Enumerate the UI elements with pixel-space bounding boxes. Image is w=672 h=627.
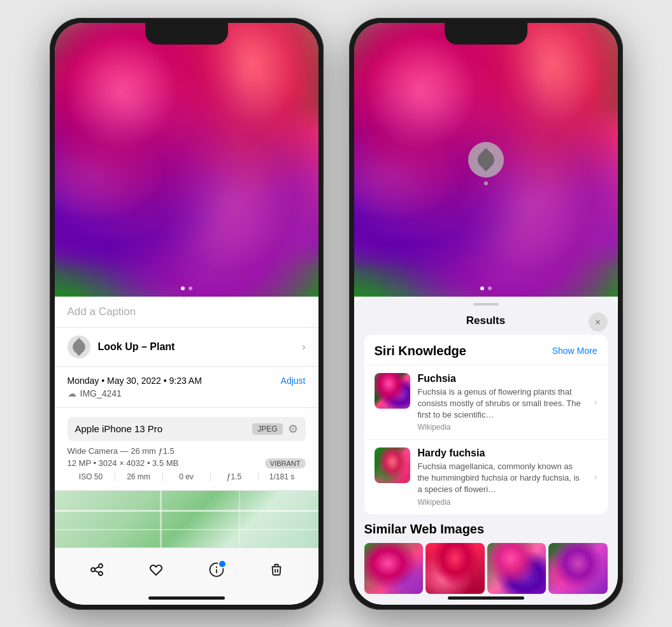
dot-1: [181, 286, 185, 290]
siri-knowledge-section: Siri Knowledge Show More Fuchsia Fuchsia…: [364, 335, 608, 514]
heart-button[interactable]: [148, 562, 164, 577]
fuchsia-content: Fuchsia Fuchsia is a genus of flowering …: [418, 373, 584, 432]
close-button[interactable]: ×: [589, 313, 608, 332]
camera-name: Apple iPhone 13 Pro: [75, 423, 163, 434]
hardy-source: Wikipedia: [418, 498, 584, 507]
cloud-icon: ☁: [68, 388, 76, 398]
camera-resolution-row: 12 MP • 3024 × 4032 • 3.5 MB VIBRANT: [68, 458, 306, 468]
results-header: Results ×: [354, 309, 618, 335]
similar-image-2[interactable]: [425, 543, 485, 594]
notch-2: [445, 23, 527, 45]
phone-1-screen: Add a Caption Look Up – Plant › Monday •…: [55, 23, 318, 605]
exif-aperture: ƒ1.5: [211, 472, 259, 481]
home-indicator-1: [148, 596, 225, 600]
results-title: Results: [466, 314, 505, 327]
phone-2: Results × Siri Knowledge Show More: [349, 18, 623, 610]
lookup-normal: Plant: [147, 341, 175, 352]
knowledge-item-hardy[interactable]: Hardy fuchsia Fuchsia magellanica, commo…: [364, 439, 608, 514]
flower-overlay: [55, 23, 318, 297]
similar-images-section: Similar Web Images: [354, 522, 618, 602]
fuchsia-name: Fuchsia: [418, 373, 584, 384]
fuchsia-source: Wikipedia: [418, 423, 584, 432]
results-panel[interactable]: Results × Siri Knowledge Show More: [354, 297, 618, 605]
format-badge: JPEG: [252, 423, 282, 435]
hardy-thumbnail: [375, 447, 410, 483]
date-section: Monday • May 30, 2022 • 9:23 AM Adjust ☁…: [55, 367, 318, 408]
siri-lookup-button[interactable]: [468, 142, 504, 178]
settings-icon[interactable]: ⚙: [288, 422, 298, 436]
exif-focal: 26 mm: [115, 472, 163, 481]
notch-1: [145, 23, 228, 45]
phone-2-screen: Results × Siri Knowledge Show More: [354, 23, 618, 605]
caption-placeholder[interactable]: Add a Caption: [68, 306, 136, 318]
leaf-icon: [69, 337, 87, 355]
vibrant-badge: VIBRANT: [265, 458, 306, 468]
camera-section: Apple iPhone 13 Pro JPEG ⚙ Wide Camera —…: [55, 408, 318, 491]
close-icon: ×: [595, 317, 600, 327]
hardy-content: Hardy fuchsia Fuchsia magellanica, commo…: [418, 447, 584, 507]
phones-container: Add a Caption Look Up – Plant › Monday •…: [37, 5, 636, 623]
lookup-bold: Look Up –: [98, 341, 147, 352]
dot-indicator-2: [480, 286, 492, 290]
fuchsia-description: Fuchsia is a genus of flowering plants t…: [418, 386, 584, 421]
filename-row: ☁ IMG_4241: [68, 388, 306, 398]
info-badge: [218, 560, 227, 568]
dot-indicator: [181, 286, 192, 290]
phone-1: Add a Caption Look Up – Plant › Monday •…: [50, 18, 324, 610]
knowledge-header: Siri Knowledge Show More: [364, 335, 608, 365]
trash-button[interactable]: [269, 563, 283, 577]
fuchsia-thumbnail: [375, 373, 410, 409]
camera-resolution: 12 MP • 3024 × 4032 • 3.5 MB: [68, 458, 179, 468]
lookup-text: Look Up – Plant: [98, 341, 175, 353]
info-button[interactable]: [208, 561, 225, 579]
siri-leaf-icon: [474, 148, 497, 171]
dot2-2: [488, 286, 492, 290]
lookup-arrow: ›: [302, 341, 305, 353]
exif-iso: ISO 50: [68, 472, 115, 481]
photo-main-2: [354, 23, 618, 297]
filename: IMG_4241: [80, 388, 122, 398]
map-grid: [55, 491, 318, 554]
caption-area[interactable]: Add a Caption: [55, 297, 318, 328]
similar-title: Similar Web Images: [364, 522, 608, 537]
similar-images-grid: [364, 543, 608, 594]
hardy-description: Fuchsia magellanica, commonly known as t…: [418, 461, 584, 496]
camera-lens: Wide Camera — 26 mm ƒ1.5: [68, 446, 306, 456]
exif-row: ISO 50 26 mm 0 ev ƒ1.5 1/181 s: [68, 472, 306, 481]
lookup-section[interactable]: Look Up – Plant ›: [55, 328, 318, 367]
camera-badges: JPEG ⚙: [252, 422, 297, 436]
siri-dot: [484, 181, 488, 185]
hardy-chevron: ›: [594, 471, 597, 483]
home-indicator-2: [448, 596, 524, 600]
exif-ev: 0 ev: [163, 472, 211, 481]
share-button[interactable]: [89, 562, 104, 577]
map-section[interactable]: [55, 491, 318, 554]
show-more-button[interactable]: Show More: [552, 346, 597, 356]
dot-2: [189, 286, 192, 290]
photo-main[interactable]: [55, 23, 318, 297]
camera-header: Apple iPhone 13 Pro JPEG ⚙: [68, 417, 306, 441]
adjust-button[interactable]: Adjust: [281, 376, 306, 386]
drag-handle: [473, 303, 499, 306]
fuchsia-chevron: ›: [594, 397, 597, 408]
similar-image-4[interactable]: [548, 543, 608, 594]
similar-image-1[interactable]: [364, 543, 424, 594]
lookup-icon: [68, 335, 90, 358]
date-row: Monday • May 30, 2022 • 9:23 AM Adjust: [68, 376, 306, 386]
similar-image-3[interactable]: [487, 543, 547, 594]
knowledge-item-fuchsia[interactable]: Fuchsia Fuchsia is a genus of flowering …: [364, 365, 608, 440]
hardy-name: Hardy fuchsia: [418, 447, 584, 459]
exif-shutter: 1/181 s: [259, 472, 306, 481]
knowledge-title: Siri Knowledge: [375, 344, 466, 358]
date-text: Monday • May 30, 2022 • 9:23 AM: [68, 376, 202, 386]
dot2-1: [480, 286, 484, 290]
